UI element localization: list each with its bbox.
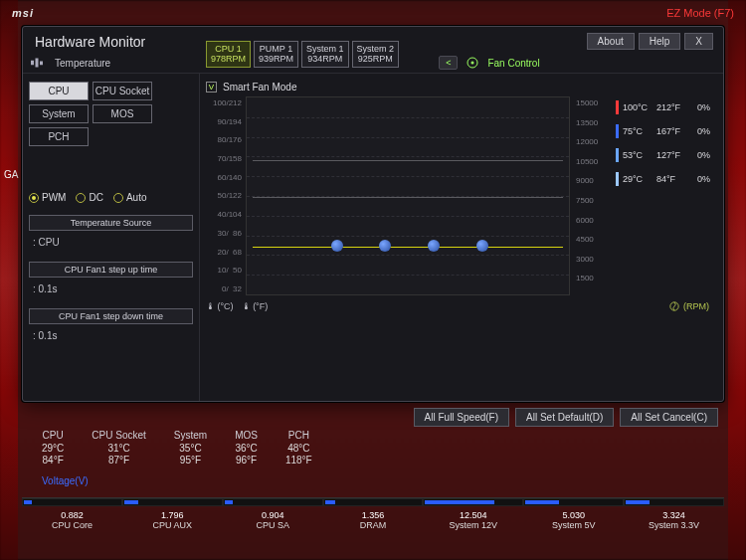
temperature-readouts: CPU29°C84°FCPU Socket31°C87°FSystem35°C9… xyxy=(42,430,704,467)
fan-curve-plot[interactable] xyxy=(246,96,570,295)
temp-source-value: : CPU xyxy=(29,235,193,250)
tab-pch[interactable]: PCH xyxy=(29,127,89,146)
volt-readout-5: 5.030System 5V xyxy=(523,497,624,530)
tab-cpu-socket[interactable]: CPU Socket xyxy=(93,82,152,100)
close-button[interactable]: X xyxy=(684,33,713,50)
rpm-unit-label: (RPM) xyxy=(683,301,709,311)
thermometer-c-icon[interactable]: 🌡 (°C) xyxy=(206,301,234,311)
fan-tab-2[interactable]: System 1934RPM xyxy=(301,41,349,68)
dialog-title: Hardware Monitor xyxy=(35,34,145,50)
fan-control-heading: Fan Control xyxy=(487,58,539,69)
svg-point-4 xyxy=(471,62,474,65)
step-up-value: : 0.1s xyxy=(29,281,193,296)
temp-readout-0: CPU29°C84°F xyxy=(42,430,64,467)
tab-system[interactable]: System xyxy=(29,104,89,123)
step-down-value: : 0.1s xyxy=(29,328,193,343)
bios-top-bar: msi EZ Mode (F7) xyxy=(0,0,746,26)
curve-point-2[interactable] xyxy=(428,240,440,252)
about-button[interactable]: About xyxy=(587,33,635,50)
temp-readout-2: System35°C95°F xyxy=(174,430,207,467)
right-panel: CPU 1978RPMPUMP 1939RPMSystem 1934RPMSys… xyxy=(200,74,723,401)
legend-row-2: 53°C127°F0% xyxy=(616,148,719,162)
fan-tab-0[interactable]: CPU 1978RPM xyxy=(206,41,251,68)
all-set-cancel-button[interactable]: All Set Cancel(C) xyxy=(620,408,718,427)
radio-pwm[interactable]: PWM xyxy=(29,192,66,203)
step-up-button[interactable]: CPU Fan1 step up time xyxy=(29,262,193,278)
legend-row-0: 100°C212°F0% xyxy=(616,100,719,114)
rpm-fan-icon xyxy=(669,301,679,311)
curve-point-0[interactable] xyxy=(331,240,343,252)
fan-icon xyxy=(464,57,481,69)
svg-rect-0 xyxy=(31,61,34,66)
volt-readout-3: 1.356DRAM xyxy=(323,497,424,530)
edge-left xyxy=(0,0,18,560)
back-pill[interactable]: < xyxy=(439,56,458,70)
ez-mode-link[interactable]: EZ Mode (F7) xyxy=(666,7,734,19)
help-button[interactable]: Help xyxy=(639,33,681,50)
gaming-edge-label: GA xyxy=(4,169,18,180)
tab-cpu[interactable]: CPU xyxy=(29,82,89,100)
radio-dc[interactable]: DC xyxy=(76,192,102,203)
y-axis-rpm: 1500013500120001050090007500600045003000… xyxy=(572,96,608,295)
chart-unit-row: 🌡 (°C) 🌡 (°F) (RPM) xyxy=(206,301,719,311)
temp-readout-4: PCH48°C118°F xyxy=(285,430,312,467)
left-panel: CPU CPU Socket System MOS PCH PWM DC Aut… xyxy=(23,74,200,401)
svg-rect-2 xyxy=(40,62,43,66)
temperature-icon xyxy=(31,57,49,69)
hardware-monitor-dialog: Hardware Monitor About Help X Temperatur… xyxy=(22,26,724,402)
voltage-heading[interactable]: Voltage(V) xyxy=(42,475,89,486)
action-buttons: All Full Speed(F) All Set Default(D) All… xyxy=(414,408,718,427)
legend-row-3: 29°C84°F0% xyxy=(616,172,719,186)
tab-mos[interactable]: MOS xyxy=(93,104,152,123)
volt-readout-1: 1.796CPU AUX xyxy=(122,497,223,530)
curve-point-3[interactable] xyxy=(476,240,488,252)
svg-rect-1 xyxy=(36,59,39,68)
temp-readout-1: CPU Socket31°C87°F xyxy=(92,430,145,467)
fan-tab-3[interactable]: System 2925RPM xyxy=(352,41,400,68)
temperature-heading: Temperature xyxy=(55,58,110,69)
step-down-button[interactable]: CPU Fan1 step down time xyxy=(29,308,193,324)
fan-mode-radios: PWM DC Auto xyxy=(29,192,193,203)
brand-logo: msi xyxy=(12,7,34,19)
fan-tab-1[interactable]: PUMP 1939RPM xyxy=(254,41,298,68)
all-full-speed-button[interactable]: All Full Speed(F) xyxy=(414,408,509,427)
fan-curve-chart: 100/21290/19480/17670/15860/14050/12240/… xyxy=(206,96,719,295)
edge-right xyxy=(728,0,746,560)
curve-point-1[interactable] xyxy=(379,240,391,252)
radio-auto[interactable]: Auto xyxy=(113,192,147,203)
y-axis-temp: 100/21290/19480/17670/15860/14050/12240/… xyxy=(206,96,244,295)
volt-readout-6: 3.324System 3.3V xyxy=(624,497,724,530)
voltage-readouts: 0.882CPU Core1.796CPU AUX0.904CPU SA1.35… xyxy=(22,497,724,530)
temp-source-tabs: CPU CPU Socket System MOS PCH xyxy=(29,82,193,146)
legend-row-1: 75°C167°F0% xyxy=(616,124,719,138)
thermometer-f-icon[interactable]: 🌡 (°F) xyxy=(242,301,269,311)
curve-legend: 100°C212°F0%75°C167°F0%53°C127°F0%29°C84… xyxy=(610,96,719,295)
temp-source-button[interactable]: Temperature Source xyxy=(29,215,193,231)
smart-fan-checkbox[interactable]: V xyxy=(206,82,217,93)
temp-readout-3: MOS36°C96°F xyxy=(235,430,258,467)
volt-readout-4: 12.504System 12V xyxy=(423,497,523,530)
all-set-default-button[interactable]: All Set Default(D) xyxy=(515,408,614,427)
fan-header-tabs: CPU 1978RPMPUMP 1939RPMSystem 1934RPMSys… xyxy=(206,41,399,68)
smart-fan-label: Smart Fan Mode xyxy=(223,82,296,93)
volt-readout-2: 0.904CPU SA xyxy=(223,497,323,530)
volt-readout-0: 0.882CPU Core xyxy=(22,497,122,530)
